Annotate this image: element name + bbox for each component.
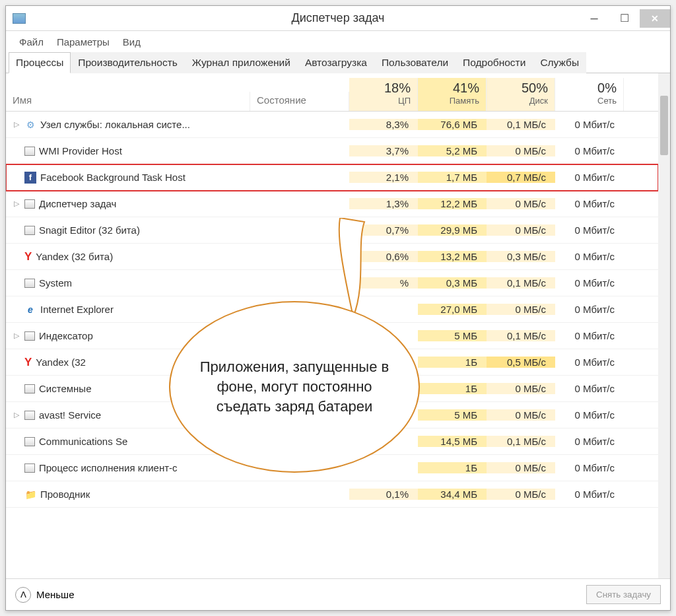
process-name: Yandex (32 [36, 357, 86, 368]
process-network: 0 Мбит/с [555, 489, 624, 500]
process-memory: 76,6 МБ [418, 119, 487, 130]
col-name[interactable]: Имя [6, 92, 250, 111]
table-header: Имя Состояние 18% ЦП 41% Память 50% Диск… [6, 73, 658, 112]
process-disk: 0,1 МБ/с [487, 277, 555, 289]
process-name: Internet Explorer [40, 304, 114, 315]
process-memory: 5 МБ [418, 330, 487, 341]
process-name: System [39, 277, 72, 289]
process-network: 0 Мбит/с [555, 277, 624, 289]
process-disk: 0,1 МБ/с [487, 119, 555, 130]
end-task-button[interactable]: Снять задачу [586, 585, 661, 604]
ie-icon [24, 304, 36, 316]
process-memory: 34,4 МБ [418, 489, 487, 500]
gear-icon [24, 119, 36, 131]
app-icon [24, 384, 35, 394]
process-name: Индексатор [39, 330, 93, 341]
table-row[interactable]: fFacebook Background Task Host2,1%1,7 МБ… [6, 164, 658, 191]
process-disk: 0 МБ/с [487, 409, 555, 421]
process-network: 0 Мбит/с [555, 224, 624, 236]
process-network: 0 Мбит/с [555, 436, 624, 447]
col-memory[interactable]: 41% Память [418, 78, 487, 111]
tab-processes[interactable]: Процессы [9, 52, 71, 73]
tab-users[interactable]: Пользователи [374, 52, 456, 73]
window-title: Диспетчер задач [6, 11, 670, 25]
scrollbar[interactable] [658, 73, 670, 578]
menu-view[interactable]: Вид [118, 35, 146, 49]
process-network: 0 Мбит/с [555, 409, 624, 421]
process-memory: 1Б [418, 357, 487, 368]
process-disk: 0 МБ/с [487, 489, 555, 500]
app-icon [24, 331, 35, 341]
expand-icon[interactable]: ▷ [13, 120, 20, 129]
app-icon [24, 199, 35, 209]
process-name: Диспетчер задач [39, 198, 116, 209]
process-network: 0 Мбит/с [555, 304, 624, 315]
col-cpu[interactable]: 18% ЦП [349, 78, 418, 111]
process-memory: 5,2 МБ [418, 145, 487, 156]
folder-icon [24, 489, 36, 500]
process-disk: 0 МБ/с [487, 383, 555, 394]
expand-icon[interactable]: ▷ [13, 199, 20, 208]
process-name: avast! Service [39, 409, 101, 421]
tab-details[interactable]: Подробности [456, 52, 533, 73]
process-memory: 27,0 МБ [418, 304, 487, 315]
app-icon [24, 279, 35, 288]
process-disk: 0 МБ/с [487, 145, 555, 156]
expand-icon[interactable]: ▷ [13, 411, 20, 419]
process-name: Проводник [40, 489, 90, 500]
process-disk: 0 МБ/с [487, 462, 555, 473]
process-cpu: 0,1% [349, 489, 418, 500]
process-network: 0 Мбит/с [555, 330, 624, 341]
process-memory: 29,9 МБ [418, 224, 487, 236]
process-memory: 5 МБ [418, 409, 487, 421]
table-row[interactable]: WMI Provider Host3,7%5,2 МБ0 МБ/с0 Мбит/… [6, 138, 658, 164]
app-icon [24, 463, 35, 473]
process-network: 0 Мбит/с [555, 172, 624, 183]
col-network[interactable]: 0% Сеть [555, 78, 624, 111]
process-cpu: 8,3% [349, 119, 418, 130]
process-cpu: 1,3% [349, 198, 418, 209]
process-disk: 0 МБ/с [487, 304, 555, 315]
app-icon [24, 437, 35, 446]
tab-app-history[interactable]: Журнал приложений [185, 52, 298, 73]
tab-startup[interactable]: Автозагрузка [298, 52, 374, 73]
process-memory: 14,5 МБ [418, 436, 487, 447]
app-icon [24, 147, 35, 156]
process-network: 0 Мбит/с [555, 145, 624, 156]
table-row[interactable]: ▷Узел службы: локальная систе...8,3%76,6… [6, 112, 658, 138]
process-memory: 13,2 МБ [418, 251, 487, 262]
tabs: Процессы Производительность Журнал прило… [6, 51, 670, 73]
process-name: Communications Sе [39, 436, 127, 447]
titlebar[interactable]: Диспетчер задач [6, 6, 670, 31]
app-icon [24, 411, 35, 420]
process-disk: 0,1 МБ/с [487, 436, 555, 447]
chevron-up-icon: ᐱ [15, 587, 31, 603]
expand-icon[interactable]: ▷ [13, 331, 20, 340]
process-memory: 0,3 МБ [418, 277, 487, 289]
process-network: 0 Мбит/с [555, 383, 624, 394]
yandex-icon: Y [24, 250, 32, 263]
menu-options[interactable]: Параметры [51, 35, 115, 49]
fewer-details-button[interactable]: ᐱ Меньше [15, 587, 74, 603]
process-disk: 0 МБ/с [487, 198, 555, 209]
process-name: Facebook Background Task Host [40, 172, 186, 183]
col-state[interactable]: Состояние [250, 92, 349, 111]
process-memory: 12,2 МБ [418, 198, 487, 209]
process-network: 0 Мбит/с [555, 462, 624, 473]
tab-performance[interactable]: Производительность [71, 52, 184, 73]
statusbar: ᐱ Меньше Снять задачу [6, 578, 670, 610]
scrollbar-thumb[interactable] [660, 96, 668, 155]
process-name: Snagit Editor (32 бита) [39, 224, 140, 236]
process-disk: 0 МБ/с [487, 224, 555, 236]
process-name: Процесс исполнения клиент-с [39, 462, 178, 473]
tab-services[interactable]: Службы [533, 52, 586, 73]
menu-file[interactable]: Файл [14, 35, 49, 49]
facebook-icon: f [24, 172, 36, 184]
col-disk[interactable]: 50% Диск [487, 78, 555, 111]
process-disk: 0,1 МБ/с [487, 330, 555, 341]
callout-tail [317, 218, 389, 317]
table-row[interactable]: ▷Диспетчер задач1,3%12,2 МБ0 МБ/с0 Мбит/… [6, 191, 658, 217]
table-row[interactable]: Проводник0,1%34,4 МБ0 МБ/с0 Мбит/с [6, 481, 658, 508]
yandex-icon: Y [24, 356, 32, 369]
process-cpu: 3,7% [349, 145, 418, 156]
